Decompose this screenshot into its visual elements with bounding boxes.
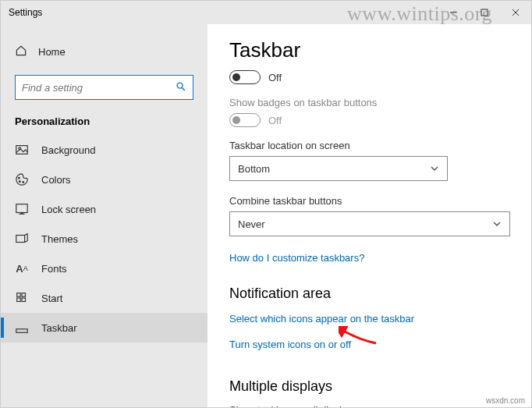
svg-rect-14: [16, 236, 25, 243]
main-panel: Taskbar Off Show badges on taskbar butto…: [207, 24, 531, 407]
picture-icon: [15, 143, 29, 157]
nav-label: Background: [41, 144, 95, 156]
nav-background[interactable]: Background: [1, 135, 207, 165]
fonts-icon: AA: [15, 261, 29, 275]
search-input[interactable]: [22, 82, 176, 94]
themes-icon: [15, 232, 29, 246]
combine-label: Combine taskbar buttons: [229, 195, 514, 207]
system-icons-link[interactable]: Turn system icons on or off: [229, 339, 351, 350]
minimize-button[interactable]: [438, 1, 469, 24]
nav-start[interactable]: Start: [1, 283, 207, 313]
toggle-taskbar[interactable]: [229, 70, 261, 84]
nav-colors[interactable]: Colors: [1, 165, 207, 194]
toggle-state: Off: [268, 72, 282, 83]
select-value: Never: [238, 218, 265, 230]
home-nav[interactable]: Home: [1, 38, 207, 66]
combine-select[interactable]: Never: [229, 211, 510, 236]
svg-point-10: [23, 182, 24, 183]
multi-label: Show taskbar on all displays: [229, 404, 514, 407]
maximize-button[interactable]: [469, 1, 500, 24]
svg-point-4: [177, 83, 183, 88]
nav-themes[interactable]: Themes: [1, 224, 207, 254]
chevron-down-icon: [430, 165, 439, 173]
nav-label: Themes: [41, 233, 78, 245]
lockscreen-icon: [15, 202, 29, 216]
select-value: Bottom: [238, 163, 270, 175]
search-icon: [176, 81, 186, 94]
svg-point-8: [19, 177, 20, 179]
nav-taskbar[interactable]: Taskbar: [1, 313, 207, 342]
chevron-down-icon: [492, 220, 502, 229]
toggle-badges: [229, 113, 261, 127]
svg-rect-19: [16, 329, 27, 333]
start-icon: [15, 291, 29, 305]
toggle-state: Off: [268, 115, 282, 126]
home-icon: [15, 44, 27, 59]
nav-label: Taskbar: [41, 322, 77, 334]
location-select[interactable]: Bottom: [229, 156, 448, 181]
search-box[interactable]: [15, 75, 193, 100]
svg-point-9: [19, 181, 20, 183]
svg-line-5: [182, 87, 185, 90]
taskbar-icon: [15, 321, 29, 335]
location-label: Taskbar location on screen: [229, 140, 514, 151]
close-button[interactable]: [500, 1, 531, 24]
nav-lockscreen[interactable]: Lock screen: [1, 194, 207, 224]
page-title: Taskbar: [229, 38, 514, 62]
select-icons-link[interactable]: Select which icons appear on the taskbar: [229, 313, 414, 325]
badges-label: Show badges on taskbar buttons: [229, 97, 514, 108]
svg-rect-18: [22, 298, 26, 302]
titlebar: Settings: [1, 1, 531, 24]
section-header: Personalization: [1, 111, 207, 135]
palette-icon: [15, 172, 29, 186]
notification-area-header: Notification area: [229, 286, 514, 302]
svg-rect-1: [481, 9, 488, 16]
nav-label: Colors: [41, 174, 71, 186]
sidebar: Home Personalization Background Colors: [1, 24, 207, 407]
window-buttons: [438, 1, 531, 24]
customize-link[interactable]: How do I customize taskbars?: [229, 252, 364, 264]
nav-fonts[interactable]: AA Fonts: [1, 254, 207, 283]
svg-rect-11: [16, 204, 27, 213]
multiple-displays-header: Multiple displays: [229, 378, 514, 395]
footer-watermark: wsxdn.com: [486, 396, 525, 405]
window-title: Settings: [1, 7, 42, 18]
nav-label: Start: [41, 293, 62, 304]
nav-label: Lock screen: [41, 204, 96, 215]
svg-rect-17: [17, 298, 21, 302]
home-label: Home: [38, 46, 66, 58]
nav-label: Fonts: [41, 263, 67, 275]
svg-rect-16: [22, 293, 26, 297]
svg-rect-15: [17, 293, 21, 297]
